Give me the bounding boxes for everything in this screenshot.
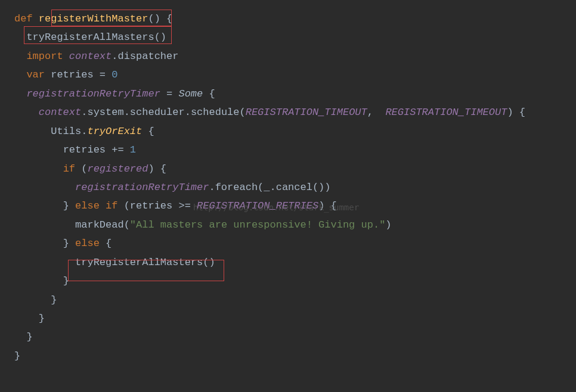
foreach-call: foreach [215, 182, 258, 193]
code-line: markDead("All masters are unresponsive! … [14, 216, 576, 234]
context-ref: context [39, 107, 81, 118]
some-constructor: Some [178, 88, 203, 99]
retries-var: retries [63, 144, 112, 155]
var-retries: retries [45, 69, 100, 80]
parentheses: () [148, 13, 160, 24]
keyword-if: if [63, 163, 75, 175]
code-line: def registerWithMaster() { [14, 10, 576, 28]
close-brace: } [26, 331, 32, 343]
code-line: } else if (retries >= REGISTRATION_RETRI… [14, 197, 576, 215]
keyword-else: else [69, 238, 100, 249]
code-line: tryRegisterAllMasters() [14, 28, 576, 46]
tryorexit-call: tryOrExit [87, 126, 142, 137]
cancel-call: cancel [276, 182, 312, 193]
context-ref: context [63, 51, 112, 62]
const-retries: REGISTRATION_RETRIES [191, 200, 318, 211]
keyword-var: var [26, 69, 45, 80]
code-line: context.system.scheduler.schedule(REGIST… [14, 103, 576, 122]
close-brace: } [14, 350, 20, 362]
equals: = [160, 88, 179, 99]
number-zero: 0 [106, 69, 117, 80]
brace: { [203, 88, 215, 99]
function-call: tryRegisterAllMasters [26, 32, 154, 43]
code-line: } [14, 347, 576, 365]
retries-var: retries [130, 200, 179, 211]
code-line: tryRegisterAllMasters() [14, 253, 576, 272]
code-line: retries += 1 [14, 141, 576, 159]
timer-var: registrationRetryTimer [26, 88, 160, 99]
schedule-call: schedule [191, 107, 240, 118]
code-line: var retries = 0 [14, 66, 576, 84]
code-line: import context.dispatcher [14, 47, 576, 66]
utils-ref: Utils [51, 126, 81, 137]
close-brace: } [63, 275, 69, 287]
code-line: } [14, 309, 576, 328]
code-line: registrationRetryTimer.foreach(_.cancel(… [14, 178, 576, 197]
system-ref: system [87, 107, 123, 118]
code-line: } [14, 272, 576, 290]
brace: { [160, 13, 172, 24]
code-line: } else { [14, 234, 576, 253]
close-brace: } [51, 294, 57, 306]
dispatcher-ref: dispatcher [117, 51, 178, 62]
number-one: 1 [124, 144, 136, 155]
code-line: Utils.tryOrExit { [14, 122, 576, 141]
gte: >= [178, 200, 190, 211]
function-name: registerWithMaster [33, 13, 148, 24]
code-editor-view[interactable]: def registerWithMaster() { tryRegisterAl… [0, 10, 576, 365]
keyword-def: def [14, 13, 33, 24]
dot: . [112, 51, 117, 62]
equals: = [100, 69, 106, 80]
keyword-import: import [26, 51, 63, 62]
function-call: tryRegisterAllMasters [75, 257, 203, 268]
parentheses: () [154, 32, 166, 43]
code-line: } [14, 291, 576, 309]
registered-var: registered [87, 163, 148, 175]
plus-equals: += [112, 144, 123, 155]
scheduler-ref: scheduler [130, 107, 185, 118]
const-timeout: REGISTRATION_TIMEOUT [385, 107, 507, 118]
const-timeout: REGISTRATION_TIMEOUT [246, 107, 367, 118]
string-literal: "All masters are unresponsive! Giving up… [130, 219, 385, 231]
markdead-call: markDead [75, 219, 124, 231]
close-brace: } [39, 313, 45, 324]
keyword-else-if: else if [69, 200, 118, 211]
timer-var: registrationRetryTimer [75, 182, 209, 193]
code-line: registrationRetryTimer = Some { [14, 85, 576, 103]
code-line: if (registered) { [14, 160, 576, 178]
code-line: } [14, 328, 576, 346]
